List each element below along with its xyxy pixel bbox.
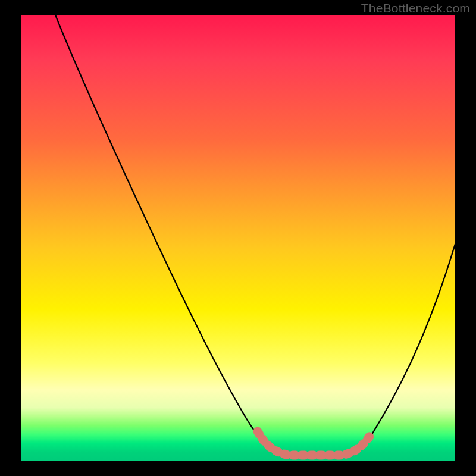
chart-frame: TheBottleneck.com (0, 0, 476, 476)
main-curve (55, 15, 455, 456)
watermark-text: TheBottleneck.com (361, 1, 470, 15)
plot-area (21, 15, 455, 461)
bottom-marker-trace (258, 431, 371, 455)
curve-layer (21, 15, 455, 461)
